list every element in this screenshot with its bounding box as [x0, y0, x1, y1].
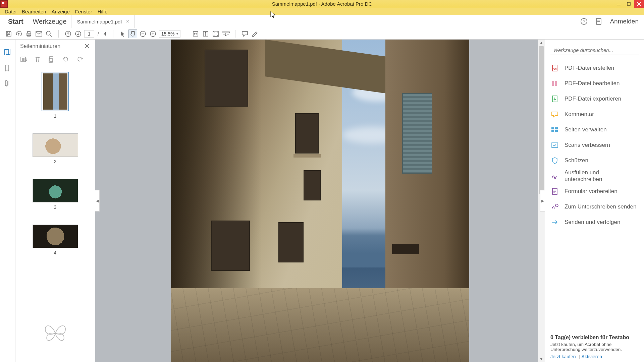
organize-pages-icon	[551, 126, 558, 133]
send-signature-icon	[551, 203, 558, 210]
fill-sign-icon	[551, 172, 558, 180]
document-tab-close-icon[interactable]: ×	[126, 18, 129, 24]
tool-label: Scans verbessern	[565, 142, 610, 148]
svg-rect-43	[551, 130, 554, 132]
thumbnails-title: Seitenminiaturen	[20, 43, 60, 49]
notification-icon[interactable]	[595, 18, 602, 25]
cloud-upload-icon[interactable]	[15, 30, 23, 38]
tool-bar: / 4 15,5% ▾	[0, 28, 644, 40]
thumbnail-page-3[interactable]: 3	[15, 179, 95, 210]
main-area: Seitenminiaturen ✕ 1 2 3	[0, 40, 644, 362]
email-icon[interactable]	[35, 30, 43, 38]
zoom-value: 15,5%	[161, 31, 175, 37]
close-panel-icon[interactable]: ✕	[84, 42, 90, 50]
tool-send-track[interactable]: Senden und verfolgen	[545, 215, 644, 230]
tool-prepare-form[interactable]: Formular vorbereiten	[545, 184, 644, 199]
thumbnail-page-1[interactable]: 1	[15, 72, 95, 119]
collapse-right-panel-icon[interactable]: ▶	[540, 190, 545, 212]
tool-send-for-signature[interactable]: Zum Unterschreiben senden	[545, 199, 644, 215]
menu-file[interactable]: Datei	[2, 9, 19, 14]
separator	[113, 30, 113, 38]
print-icon[interactable]	[25, 30, 33, 38]
trial-buy-link[interactable]: Jetzt kaufen	[550, 354, 576, 359]
document-view[interactable]: ▲ ▼	[95, 40, 545, 362]
tool-fill-sign[interactable]: Ausfüllen und unterschreiben	[545, 168, 644, 184]
search-icon[interactable]	[45, 30, 53, 38]
comment-tool-icon	[551, 111, 558, 118]
thumbnails-panel: Seitenminiaturen ✕ 1 2 3	[15, 40, 95, 362]
scroll-up-icon[interactable]: ▲	[538, 40, 545, 46]
left-nav-rail	[0, 40, 15, 362]
fit-width-icon[interactable]	[192, 30, 200, 38]
tab-start[interactable]: Start	[3, 15, 28, 28]
tab-tools[interactable]: Werkzeuge	[28, 15, 71, 28]
scrollbar-thumb[interactable]	[539, 46, 544, 194]
svg-rect-42	[555, 127, 558, 129]
scroll-down-icon[interactable]: ▼	[538, 356, 545, 362]
thumbnails-rail-icon[interactable]	[4, 49, 11, 56]
tool-organize-pages[interactable]: Seiten verwalten	[545, 122, 644, 137]
zoom-out-icon[interactable]	[139, 30, 147, 38]
tool-comment[interactable]: Kommentar	[545, 107, 644, 122]
thumb-options-icon[interactable]	[20, 56, 27, 64]
thumb-label: 3	[54, 204, 57, 210]
select-tool-icon[interactable]	[119, 30, 127, 38]
help-icon[interactable]: ?	[580, 18, 588, 25]
menu-view[interactable]: Anzeige	[49, 9, 72, 14]
svg-rect-38	[552, 81, 554, 86]
maximize-button[interactable]	[624, 0, 634, 8]
page-number-input[interactable]	[84, 30, 94, 38]
zoom-in-icon[interactable]	[149, 30, 157, 38]
title-bar: Sammelmappe1.pdf - Adobe Acrobat Pro DC	[0, 0, 644, 8]
separator	[58, 30, 59, 38]
svg-rect-1	[627, 2, 630, 5]
hand-tool-icon[interactable]	[129, 30, 137, 38]
save-icon[interactable]	[5, 30, 13, 38]
separator	[186, 30, 186, 38]
reading-mode-icon[interactable]	[222, 30, 230, 38]
minimize-button[interactable]	[614, 0, 624, 8]
menu-window[interactable]: Fenster	[72, 9, 95, 14]
sign-in-button[interactable]: Anmelden	[610, 18, 639, 25]
menu-help[interactable]: Hilfe	[95, 9, 110, 14]
prev-page-icon[interactable]	[64, 30, 72, 38]
window-controls	[614, 0, 644, 8]
trial-activate-link[interactable]: Aktivieren	[582, 354, 602, 359]
thumb-label: 2	[54, 159, 57, 164]
attachments-rail-icon[interactable]	[4, 80, 11, 87]
tool-create-pdf[interactable]: PDF PDF-Datei erstellen	[545, 60, 644, 76]
thumbnail-page-2[interactable]: 2	[15, 133, 95, 164]
menu-edit[interactable]: Bearbeiten	[19, 9, 49, 14]
highlight-icon[interactable]	[251, 30, 259, 38]
mouse-cursor	[270, 11, 276, 19]
rotate-cw-icon[interactable]	[76, 56, 83, 64]
protect-icon	[551, 157, 558, 164]
comment-icon[interactable]	[241, 30, 249, 38]
document-tab-label: Sammelmappe1.pdf	[77, 19, 122, 24]
tab-strip: Start Werkzeuge Sammelmappe1.pdf × ? Anm…	[0, 15, 644, 28]
tool-protect[interactable]: Schützen	[545, 153, 644, 168]
delete-page-icon[interactable]	[34, 56, 41, 64]
window-title: Sammelmappe1.pdf - Adobe Acrobat Pro DC	[272, 1, 372, 7]
bookmarks-rail-icon[interactable]	[4, 64, 11, 72]
tool-enhance-scans[interactable]: Scans verbessern	[545, 137, 644, 153]
rotate-ccw-icon[interactable]	[62, 56, 69, 64]
collapse-left-panel-icon[interactable]: ◀	[95, 190, 100, 212]
svg-line-14	[50, 35, 52, 37]
insert-page-icon[interactable]	[48, 56, 55, 64]
fit-page-icon[interactable]	[202, 30, 210, 38]
document-tab[interactable]: Sammelmappe1.pdf ×	[71, 15, 135, 28]
tool-edit-pdf[interactable]: PDF-Datei bearbeiten	[545, 76, 644, 91]
tool-label: Senden und verfolgen	[565, 219, 620, 226]
zoom-dropdown[interactable]: 15,5% ▾	[159, 30, 181, 38]
fit-visible-icon[interactable]	[212, 30, 220, 38]
close-button[interactable]	[634, 0, 644, 8]
tools-panel: PDF PDF-Datei erstellen PDF-Datei bearbe…	[545, 40, 644, 362]
tools-search-input[interactable]	[550, 45, 639, 55]
tool-label: Kommentar	[565, 111, 594, 118]
svg-point-13	[46, 31, 50, 35]
thumbnail-page-4[interactable]: 4	[15, 225, 95, 255]
tool-export-pdf[interactable]: PDF-Datei exportieren	[545, 91, 644, 107]
create-pdf-icon: PDF	[551, 64, 558, 72]
next-page-icon[interactable]	[74, 30, 82, 38]
